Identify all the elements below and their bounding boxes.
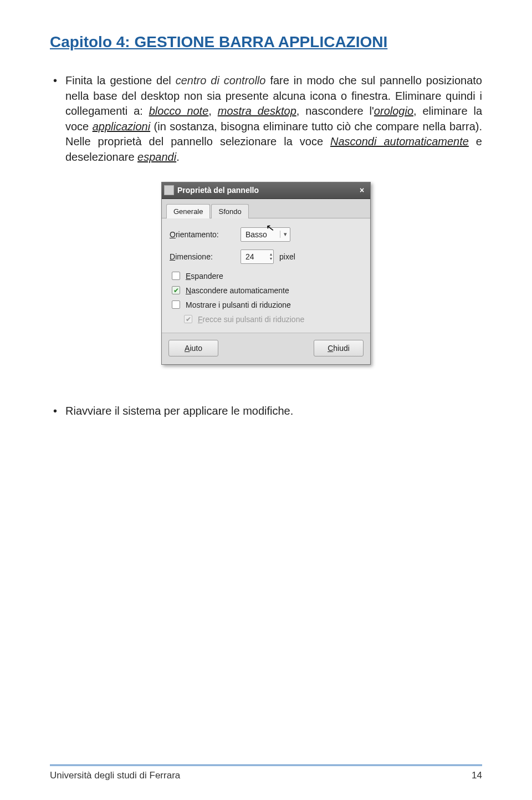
autohide-checkbox[interactable]: [172, 286, 180, 294]
p1-nascondi: Nascondi automaticamente: [330, 135, 469, 147]
spinner-buttons-icon[interactable]: ▴▾: [270, 252, 272, 261]
orientation-value: Basso: [245, 230, 267, 239]
footer-left: Università degli studi di Ferrara: [50, 770, 180, 781]
chapter-title: Capitolo 4: GESTIONE BARRA APPLICAZIONI: [50, 33, 482, 51]
size-spinner[interactable]: 24 ▴▾: [241, 249, 274, 264]
page-footer: Università degli studi di Ferrara 14: [50, 765, 482, 781]
paragraph-2: Riavviare il sistema per applicare le mo…: [50, 404, 482, 419]
p1-t0: Finita la gestione del: [65, 74, 176, 86]
p1-t3: , nascondere l': [296, 105, 374, 117]
close-icon[interactable]: ×: [357, 185, 367, 195]
orientation-label: Orientamento:: [170, 230, 235, 239]
p1-t7: .: [176, 151, 180, 163]
expand-label: Espandere: [186, 272, 223, 281]
dialog-body: ↖ Orientamento: Basso ▾ Dimensione: 24 ▴…: [162, 218, 370, 333]
p1-applicazioni: applicazioni: [93, 120, 151, 133]
p1-centro: centro di controllo: [176, 74, 266, 86]
p1-orologio: orologio: [374, 105, 413, 117]
dialog-title: Proprietà del pannello: [177, 186, 259, 195]
tab-background[interactable]: Sfondo: [211, 204, 248, 218]
page-number: 14: [472, 770, 482, 781]
app-icon: [164, 185, 174, 195]
orientation-combo[interactable]: Basso ▾: [241, 227, 290, 242]
arrows-label: Frecce sui pulsanti di riduzione: [198, 315, 304, 324]
showhide-checkbox[interactable]: [172, 300, 180, 309]
dialog-footer: Aiuto Chiudi: [162, 333, 370, 364]
chevron-down-icon: ▾: [280, 231, 288, 238]
paragraph-1: Finita la gestione del centro di control…: [50, 73, 482, 165]
tab-general[interactable]: Generale: [166, 204, 210, 218]
close-button[interactable]: Chiudi: [314, 340, 364, 356]
size-label: Dimensione:: [170, 252, 235, 261]
p1-espandi: espandi: [137, 151, 176, 163]
size-unit: pixel: [279, 252, 295, 261]
autohide-label: Nascondere automaticamente: [186, 286, 289, 295]
size-value: 24: [245, 252, 254, 261]
footer-rule: [50, 765, 482, 767]
showhide-label: Mostrare i pulsanti di riduzione: [186, 300, 291, 309]
expand-checkbox[interactable]: [172, 272, 180, 280]
p1-mostra: mostra desktop: [218, 105, 296, 117]
dialog-titlebar[interactable]: Proprietà del pannello ×: [162, 182, 370, 199]
cursor-icon: ↖: [265, 221, 275, 235]
dialog-tabs: Generale Sfondo: [162, 199, 370, 218]
panel-properties-dialog: Proprietà del pannello × Generale Sfondo…: [161, 182, 371, 365]
arrows-checkbox: [184, 315, 192, 323]
p1-t2: ,: [208, 105, 217, 117]
help-button[interactable]: Aiuto: [168, 340, 218, 356]
p1-blocco: blocco note: [149, 105, 209, 117]
